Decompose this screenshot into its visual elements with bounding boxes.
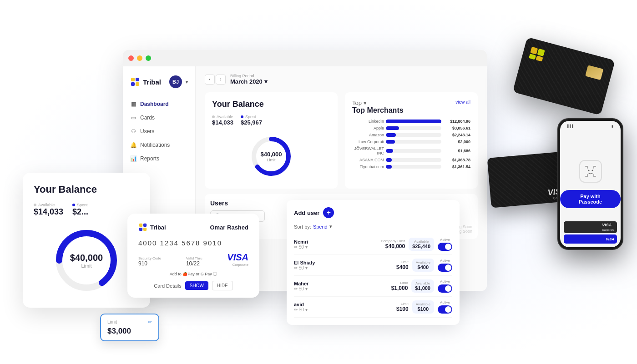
spent-label: Spent — [241, 115, 262, 119]
tribal-name: Tribal — [143, 78, 161, 86]
user-amount: ✏ $0 ▾ — [294, 307, 393, 312]
merchant-value: $1,361.54 — [443, 165, 470, 169]
available-value: $100 — [418, 306, 429, 312]
user-amount: ✏ $0 ▾ — [294, 244, 377, 249]
user-available-group: Available $100 — [412, 300, 434, 314]
card-details-label: Card Details — [154, 283, 182, 289]
active-toggle[interactable] — [438, 243, 452, 251]
card-details-row: Security Code 910 Valid Thru 10/22 VISA … — [138, 252, 248, 267]
sidebar-item-reports[interactable]: 📊 Reports — [123, 152, 195, 165]
merchant-bar-container — [386, 149, 441, 153]
limit-box-header: Limit ✏ — [107, 319, 152, 325]
balance-card-limit-label: Limit — [70, 263, 103, 269]
donut-limit-label: Limit — [261, 158, 282, 162]
user-limit-group: Limit $400 — [396, 260, 409, 270]
active-toggle[interactable] — [438, 305, 452, 314]
phone-blue-card-visa: VISA — [606, 237, 614, 241]
svg-rect-3 — [136, 82, 139, 86]
user-amount: ✏ $0 ▾ — [294, 265, 393, 270]
merchant-name: LinkedIn — [352, 119, 384, 124]
user-avatar[interactable]: BJ — [169, 75, 182, 88]
cards-icon: ▭ — [130, 115, 136, 121]
maximize-dot[interactable] — [146, 55, 151, 61]
limit-box-value: $3,000 — [107, 327, 152, 336]
active-group: Active — [438, 279, 452, 293]
valid-label: Valid Thru — [186, 256, 202, 260]
add-user-button[interactable]: + — [323, 207, 334, 218]
user-row: Nemri ✏ $0 ▾ Company Limit $40,000 Avail… — [294, 234, 452, 255]
sidebar-label-cards: Cards — [140, 115, 155, 121]
merchant-value: $1,368.78 — [443, 158, 470, 162]
valid-group: Valid Thru 10/22 — [186, 256, 202, 267]
card-available-label: Available — [34, 203, 63, 207]
svg-rect-10 — [139, 228, 142, 231]
user-limit-label: Limit — [400, 281, 408, 285]
billing-period[interactable]: March 2020 ▾ — [230, 78, 268, 85]
card-spent-legend: Spent $2... — [72, 203, 88, 217]
billing-period-value: March 2020 — [230, 78, 263, 85]
sidebar-item-dashboard[interactable]: ▦ Dashboard — [123, 97, 195, 111]
show-button[interactable]: SHOW — [185, 281, 208, 290]
merchants-header: Top ▾ Top Merchants view all — [352, 100, 470, 115]
active-toggle[interactable] — [438, 264, 452, 272]
merchant-value: $12,804.96 — [443, 119, 470, 124]
user-available-group: Available $400 — [412, 259, 434, 272]
spent-legend: Spent $25,967 — [241, 115, 262, 126]
nav-arrows: ‹ › — [205, 75, 226, 85]
sidebar-item-notifications[interactable]: 🔔 Notifications — [123, 138, 195, 152]
notifications-icon: 🔔 — [130, 142, 136, 148]
user-limit-label: Company Limit — [381, 239, 405, 243]
sort-value[interactable]: Spend — [313, 224, 328, 229]
user-limit-group: Company Limit $40,000 — [381, 239, 405, 249]
merchant-name: Law Corporati — [352, 140, 384, 144]
view-all-link[interactable]: view all — [455, 100, 470, 105]
merchant-bar-container — [386, 133, 441, 137]
valid-value: 10/22 — [186, 260, 202, 267]
available-label: Available — [212, 115, 233, 119]
limit-edit-icon[interactable]: ✏ — [148, 319, 152, 325]
pay-with-passcode-button[interactable]: Pay with Passcode — [560, 190, 621, 208]
user-row: El Shiaty ✏ $0 ▾ Limit $400 Available $4… — [294, 255, 452, 276]
forward-arrow[interactable]: › — [216, 75, 226, 85]
dashboard-icon: ▦ — [130, 101, 136, 107]
merchant-name: Amazon — [352, 133, 384, 137]
user-limit-label: Limit — [401, 260, 409, 264]
available-label: Available — [416, 260, 430, 264]
face-id-icon — [579, 160, 602, 183]
user-name: Nemri — [294, 239, 377, 244]
phone-dark-card-visa: VISACorporate — [602, 223, 614, 232]
sidebar-label-reports: Reports — [140, 155, 159, 162]
close-dot[interactable] — [128, 55, 134, 61]
available-value: $14,033 — [212, 119, 233, 126]
sidebar-item-cards[interactable]: ▭ Cards — [123, 111, 195, 125]
merchant-bar-container — [386, 120, 441, 123]
merchant-row: ASANA.COM $1,368.78 — [352, 158, 470, 162]
add-user-label: Add user — [294, 209, 319, 216]
available-legend: Available $14,033 — [212, 115, 233, 126]
user-info: avid ✏ $0 ▾ — [294, 302, 393, 312]
svg-rect-9 — [143, 224, 147, 227]
sidebar-item-users[interactable]: ⚇ Users — [123, 125, 195, 138]
balance-card-donut: $40,000 Limit — [50, 224, 123, 297]
active-toggle[interactable] — [438, 284, 452, 293]
active-label: Active — [440, 279, 450, 284]
merchants-list: LinkedIn $12,804.96 Apple $3,056.61 Amaz… — [352, 119, 470, 169]
content-grid: Your Balance Available $14,033 — [205, 92, 478, 189]
user-name: El Shiaty — [294, 260, 393, 265]
card-spent-label: Spent — [72, 203, 88, 207]
user-limit-value: $40,000 — [385, 243, 405, 249]
svg-rect-2 — [131, 82, 135, 86]
donut-center: $40,000 Limit — [261, 151, 282, 162]
minimize-dot[interactable] — [137, 55, 142, 61]
top-bar: ‹ › Billing Period March 2020 ▾ — [205, 74, 478, 85]
hide-button[interactable]: HIDE — [212, 281, 233, 290]
svg-rect-1 — [136, 78, 139, 81]
merchant-bar — [386, 120, 441, 123]
card-available-legend: Available $14,033 — [34, 203, 63, 217]
merchant-bar-container — [386, 126, 441, 130]
user-row: avid ✏ $0 ▾ Limit $100 Available $100 Ac… — [294, 297, 452, 318]
logo-area: Tribal BJ ▾ — [123, 75, 195, 97]
back-arrow[interactable]: ‹ — [205, 75, 215, 85]
card-tribal-logo: Tribal — [138, 223, 166, 232]
balance-section: Your Balance Available $14,033 — [205, 92, 338, 189]
